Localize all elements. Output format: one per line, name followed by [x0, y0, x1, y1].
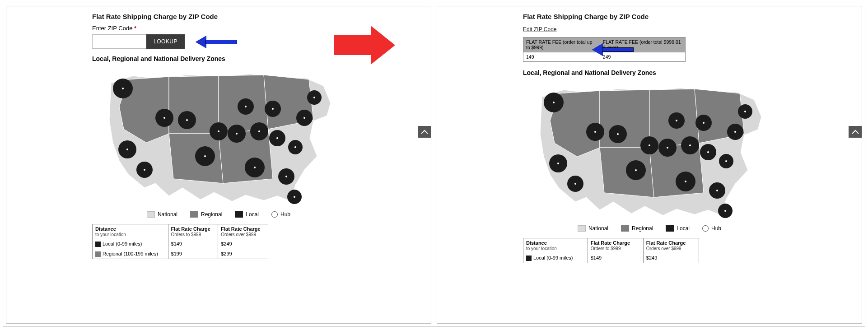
- svg-point-60: [649, 144, 650, 146]
- svg-point-59: [635, 169, 637, 171]
- chevron-up-icon: [421, 130, 428, 134]
- svg-point-35: [294, 146, 296, 148]
- lookup-button[interactable]: LOOKUP: [146, 34, 185, 49]
- annotation-arrow-right: [593, 44, 634, 55]
- svg-point-18: [122, 88, 124, 89]
- transition-arrow-icon: [334, 26, 397, 65]
- section-title: Flat Rate Shipping Charge by ZIP Code: [92, 13, 345, 20]
- svg-point-27: [258, 130, 260, 132]
- svg-point-63: [689, 144, 691, 146]
- chevron-up-icon: [852, 130, 859, 134]
- fee-value-a: 149: [523, 52, 600, 62]
- rate-table-header: Distanceto your location Flat Rate Charg…: [93, 224, 268, 239]
- scroll-to-top-button[interactable]: [418, 126, 431, 138]
- fee-header-a: FLAT RATE FEE (order total up to $999): [523, 37, 600, 52]
- rate-table-header: Distanceto your location Flat Rate Charg…: [523, 238, 699, 253]
- svg-point-65: [707, 151, 709, 153]
- legend-national: National: [147, 211, 177, 218]
- svg-point-30: [254, 167, 256, 168]
- rate-table-row: Regional (100-199 miles) $199 $299: [93, 249, 268, 259]
- scroll-to-top-button[interactable]: [849, 126, 862, 138]
- svg-point-68: [724, 210, 726, 212]
- us-map-icon: [101, 66, 336, 206]
- legend-local: Local: [666, 225, 690, 232]
- svg-point-57: [594, 131, 596, 133]
- svg-point-19: [126, 149, 128, 150]
- comparison-container: Flat Rate Shipping Charge by ZIP Code En…: [3, 3, 865, 327]
- map-legend: National Regional Local Hub: [92, 211, 345, 218]
- rate-table-row: Local (0-99 miles) $149 $249: [523, 253, 699, 263]
- svg-point-20: [144, 169, 145, 171]
- svg-point-28: [272, 108, 274, 110]
- svg-point-22: [186, 119, 188, 121]
- zip-lookup-row: LOOKUP: [92, 34, 345, 49]
- legend-local: Local: [235, 211, 259, 218]
- legend-hub: Hub: [271, 211, 290, 218]
- annotation-arrow-left: [196, 36, 237, 47]
- delivery-zones-map: [101, 66, 336, 206]
- svg-point-58: [617, 133, 619, 135]
- rate-table: Distanceto your location Flat Rate Charg…: [92, 224, 268, 259]
- rate-table-row: Local (0-99 miles) $149 $249: [93, 239, 268, 249]
- svg-point-34: [313, 97, 315, 98]
- svg-point-21: [163, 117, 165, 119]
- svg-point-71: [725, 160, 727, 162]
- svg-point-24: [218, 130, 219, 132]
- legend-regional: Regional: [621, 225, 653, 232]
- svg-point-55: [557, 163, 559, 164]
- svg-point-29: [276, 137, 278, 139]
- svg-point-33: [303, 117, 305, 119]
- svg-point-31: [285, 176, 287, 177]
- svg-point-62: [676, 120, 677, 121]
- svg-point-26: [245, 106, 247, 107]
- legend-national: National: [578, 225, 608, 232]
- svg-point-23: [204, 155, 206, 157]
- section-title: Flat Rate Shipping Charge by ZIP Code: [523, 13, 776, 20]
- svg-point-61: [667, 147, 668, 149]
- svg-point-70: [744, 111, 746, 112]
- legend-hub: Hub: [702, 225, 721, 232]
- svg-point-66: [685, 181, 686, 182]
- svg-point-32: [294, 196, 295, 198]
- svg-point-25: [236, 133, 238, 135]
- zones-title: Local, Regional and National Delivery Zo…: [92, 55, 345, 62]
- svg-point-64: [703, 122, 705, 124]
- zip-label: Enter ZIP Code *: [92, 25, 345, 32]
- zones-title: Local, Regional and National Delivery Zo…: [523, 69, 776, 76]
- svg-point-56: [574, 183, 576, 185]
- rate-table: Distanceto your location Flat Rate Charg…: [523, 238, 699, 263]
- zip-input[interactable]: [92, 34, 146, 49]
- us-map-icon: [532, 80, 767, 220]
- legend-regional: Regional: [190, 211, 222, 218]
- map-legend: National Regional Local Hub: [523, 225, 776, 232]
- svg-point-69: [734, 131, 736, 133]
- delivery-zones-map: [532, 80, 767, 220]
- required-asterisk: *: [134, 25, 136, 32]
- edit-zip-link[interactable]: Edit ZIP Code: [523, 26, 556, 33]
- svg-point-54: [553, 102, 555, 103]
- svg-point-67: [716, 190, 718, 191]
- panel-after: Flat Rate Shipping Charge by ZIP Code Ed…: [437, 6, 862, 324]
